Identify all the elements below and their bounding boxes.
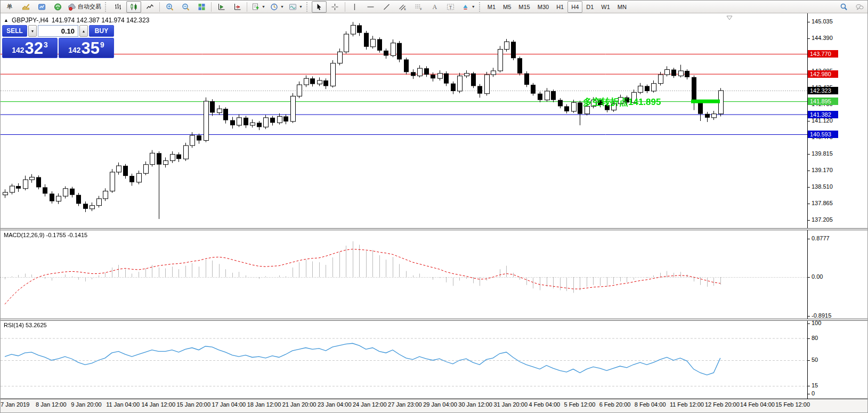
volume-increase-button[interactable]: ▲ bbox=[79, 25, 88, 37]
periods-button[interactable]: ▼ bbox=[268, 1, 286, 13]
time-axis-label: 31 Jan 20:00 bbox=[493, 401, 528, 408]
time-axis-label: 14 Jan 12:00 bbox=[141, 401, 175, 408]
timeframe-h4-button[interactable]: H4 bbox=[567, 1, 582, 13]
autotrading-button[interactable]: 自动交易 bbox=[66, 1, 103, 13]
horizontal-line-button[interactable] bbox=[363, 1, 378, 13]
ohlc-values: 141.974 142.387 141.974 142.323 bbox=[52, 17, 150, 24]
bar-chart-button[interactable] bbox=[110, 1, 125, 13]
new-order-button[interactable]: 单 bbox=[2, 1, 17, 13]
axis-tick-label: 145.035 bbox=[812, 18, 833, 25]
time-axis-label: 23 Jan 04:00 bbox=[318, 401, 352, 408]
tile-windows-button[interactable] bbox=[194, 1, 209, 13]
chart-shift-button[interactable] bbox=[230, 1, 245, 13]
rsi-canvas[interactable] bbox=[1, 321, 807, 399]
chart-shift-icon bbox=[233, 3, 242, 11]
timeframe-m15-button[interactable]: M15 bbox=[515, 1, 533, 13]
tile-windows-icon bbox=[197, 3, 206, 11]
text-label-icon: T bbox=[446, 3, 455, 11]
crosshair-button[interactable] bbox=[328, 1, 343, 13]
text-button[interactable]: A bbox=[427, 1, 442, 13]
time-axis[interactable]: 7 Jan 20198 Jan 12:009 Jan 20:0011 Jan 0… bbox=[1, 399, 868, 413]
text-label-button[interactable]: T bbox=[443, 1, 458, 13]
axis-tick-label: 80 bbox=[812, 335, 818, 341]
template-icon bbox=[288, 3, 297, 11]
volume-decrease-button[interactable]: ▼ bbox=[28, 25, 37, 37]
search-button[interactable] bbox=[836, 1, 851, 13]
trendline-button[interactable] bbox=[379, 1, 394, 13]
zoom-in-button[interactable] bbox=[162, 1, 177, 13]
rsi-label: RSI(14) 53.2625 bbox=[4, 322, 47, 328]
channel-icon: E bbox=[398, 3, 407, 11]
price-chart-canvas[interactable] bbox=[1, 13, 807, 228]
candlestick-chart-button[interactable] bbox=[126, 1, 141, 13]
time-axis-label: 6 Feb 20:00 bbox=[599, 401, 631, 408]
cursor-button[interactable] bbox=[312, 1, 327, 13]
buy-button[interactable]: BUY bbox=[89, 25, 114, 37]
axis-tick bbox=[807, 220, 810, 221]
timeframe-m30-button[interactable]: M30 bbox=[534, 1, 553, 13]
templates-button[interactable]: ▼ bbox=[287, 1, 304, 13]
sell-button[interactable]: SELL bbox=[2, 25, 27, 37]
axis-tick-label: 0.00 bbox=[812, 273, 823, 280]
volume-input[interactable] bbox=[38, 25, 78, 37]
mt4-window: 单 自动交易 ▼ ▼ ▼ E F A T ▼ M1M bbox=[0, 0, 868, 413]
axis-tick-label: 0.8777 bbox=[812, 235, 830, 241]
sell-price-display[interactable]: 142 32 3 bbox=[2, 38, 58, 58]
zoom-out-icon bbox=[181, 3, 190, 11]
time-axis-label: 12 Feb 20:00 bbox=[705, 401, 740, 408]
toolbar-separator bbox=[345, 2, 345, 12]
axis-tick-label: 137.205 bbox=[812, 216, 833, 223]
auto-scroll-button[interactable] bbox=[214, 1, 229, 13]
time-axis-label: 15 Jan 20:00 bbox=[177, 401, 211, 408]
price-level-badge: 140.593 bbox=[808, 131, 838, 138]
price-level-badge: 143.770 bbox=[808, 50, 838, 58]
time-axis-label: 24 Jan 12:00 bbox=[353, 401, 387, 408]
timeframe-w1-button[interactable]: W1 bbox=[597, 1, 614, 13]
zoom-out-button[interactable] bbox=[178, 1, 193, 13]
axis-tick-label: 137.865 bbox=[812, 200, 833, 206]
channel-button[interactable]: E bbox=[395, 1, 410, 13]
buy-price-display[interactable]: 142 35 9 bbox=[59, 38, 114, 58]
autotrading-label: 自动交易 bbox=[78, 3, 101, 11]
chart-title: ▲ GBPJPY-,H4 141.974 142.387 141.974 142… bbox=[4, 17, 149, 24]
axis-tick bbox=[807, 22, 810, 22]
market-watch-icon[interactable] bbox=[34, 1, 49, 13]
time-axis-label: 17 Jan 04:00 bbox=[212, 401, 246, 408]
auto-scroll-icon bbox=[217, 3, 226, 11]
line-chart-icon bbox=[145, 3, 155, 11]
svg-text:A: A bbox=[433, 3, 437, 11]
signals-icon[interactable] bbox=[50, 1, 65, 13]
axis-tick-label: 15 bbox=[812, 382, 818, 388]
timeframe-h1-button[interactable]: H1 bbox=[553, 1, 567, 13]
axis-tick-label: 144.390 bbox=[812, 35, 833, 41]
macd-canvas[interactable] bbox=[1, 230, 807, 319]
chat-icon bbox=[855, 3, 864, 11]
timeframe-m1-button[interactable]: M1 bbox=[484, 1, 499, 13]
axis-tick bbox=[807, 360, 810, 361]
price-level-badge: 141.895 bbox=[808, 98, 838, 105]
fibonacci-button[interactable]: F bbox=[411, 1, 426, 13]
timeframe-d1-button[interactable]: D1 bbox=[582, 1, 597, 13]
arrows-button[interactable]: ▼ bbox=[459, 1, 477, 13]
new-chart-button[interactable]: ▼ bbox=[249, 1, 267, 13]
new-chart-icon bbox=[251, 3, 260, 11]
timeframe-mn-button[interactable]: MN bbox=[614, 1, 630, 13]
periods-clock-icon bbox=[270, 3, 279, 11]
axis-tick bbox=[807, 386, 810, 386]
charts-icon[interactable] bbox=[18, 1, 33, 13]
timeframe-m5-button[interactable]: M5 bbox=[499, 1, 515, 13]
pane-separator[interactable] bbox=[1, 319, 868, 321]
chat-button[interactable] bbox=[852, 1, 867, 13]
axis-tick bbox=[807, 187, 810, 188]
horizontal-line-icon bbox=[366, 3, 375, 11]
vertical-line-button[interactable] bbox=[347, 1, 362, 13]
svg-text:E: E bbox=[404, 7, 407, 11]
time-axis-label: 8 Jan 12:00 bbox=[36, 401, 67, 408]
time-axis-label: 5 Feb 12:00 bbox=[564, 401, 596, 408]
pane-separator[interactable] bbox=[1, 228, 868, 230]
line-chart-button[interactable] bbox=[142, 1, 157, 13]
one-click-trading-panel: SELL ▼ ▲ BUY 142 32 3 142 35 9 bbox=[2, 25, 114, 58]
axis-tick-label: 100 bbox=[812, 320, 821, 326]
toolbar-separator bbox=[479, 2, 482, 12]
svg-text:F: F bbox=[420, 7, 422, 11]
